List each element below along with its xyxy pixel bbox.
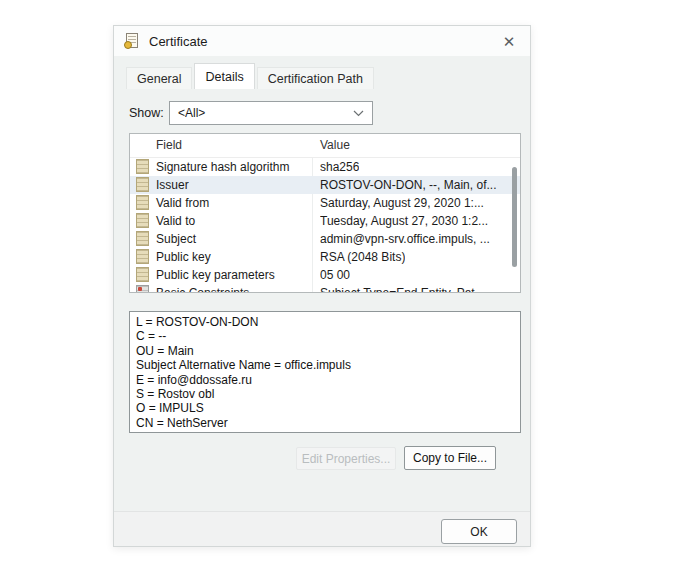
detail-line: Subject Alternative Name = office.impuls [136, 358, 514, 372]
field-value: admin@vpn-srv.office.impuls, ... [320, 232, 490, 246]
list-scrollbar-thumb[interactable] [512, 167, 517, 267]
certificate-icon [124, 33, 140, 49]
field-value: RSA (2048 Bits) [320, 250, 405, 264]
close-icon: ✕ [503, 34, 516, 49]
property-field-icon [136, 177, 149, 192]
detail-line: O = IMPULS [136, 401, 514, 415]
ok-button[interactable]: OK [441, 519, 517, 544]
field-value: sha256 [320, 160, 359, 174]
field-name: Issuer [156, 178, 189, 192]
certificate-field-list[interactable]: Field Value Signature hash algorithmsha2… [129, 133, 521, 293]
property-field-icon [136, 159, 149, 174]
field-value: Tuesday, August 27, 2030 1:2... [320, 214, 488, 228]
column-header-field[interactable]: Field [156, 138, 182, 152]
detail-line: C = -- [136, 329, 514, 343]
screen: Certificate ✕ General Details Certificat… [0, 0, 690, 571]
field-name: Signature hash algorithm [156, 160, 289, 174]
certificate-dialog: Certificate ✕ General Details Certificat… [113, 25, 531, 547]
field-name: Valid from [156, 196, 209, 210]
show-dropdown[interactable]: <All> [169, 101, 373, 125]
tab-strip: General Details Certification Path [126, 63, 376, 89]
list-header: Field Value [130, 134, 520, 158]
property-field-icon [136, 231, 149, 246]
table-row[interactable]: Public key parameters05 00 [130, 266, 520, 284]
field-detail-text[interactable]: L = ROSTOV-ON-DONC = --OU = MainSubject … [129, 311, 521, 433]
detail-line: S = Rostov obl [136, 387, 514, 401]
field-name: Valid to [156, 214, 195, 228]
show-label: Show: [129, 106, 164, 120]
table-row[interactable]: Valid fromSaturday, August 29, 2020 1:..… [130, 194, 520, 212]
detail-line: E = info@ddossafe.ru [136, 373, 514, 387]
table-row[interactable]: Valid toTuesday, August 27, 2030 1:2... [130, 212, 520, 230]
field-value: ROSTOV-ON-DON, --, Main, of... [320, 178, 496, 192]
field-value: 05 00 [320, 268, 350, 282]
property-field-icon [136, 195, 149, 210]
tab-details[interactable]: Details [194, 63, 254, 89]
property-field-icon [136, 249, 149, 264]
field-list-rows: Signature hash algorithmsha256IssuerROST… [130, 158, 520, 293]
close-button[interactable]: ✕ [490, 26, 528, 56]
title-bar: Certificate ✕ [114, 26, 530, 56]
window-title: Certificate [149, 34, 208, 49]
extension-field-icon [136, 285, 149, 293]
property-field-icon [136, 213, 149, 228]
tab-certification-path[interactable]: Certification Path [257, 67, 374, 89]
field-name: Basic Constraints [156, 286, 249, 293]
show-dropdown-value: <All> [178, 106, 205, 120]
table-row[interactable]: Basic ConstraintsSubject Type=End Entity… [130, 284, 520, 293]
field-name: Public key [156, 250, 211, 264]
property-field-icon [136, 267, 149, 282]
table-row[interactable]: IssuerROSTOV-ON-DON, --, Main, of... [130, 176, 520, 194]
detail-line: L = ROSTOV-ON-DON [136, 315, 514, 329]
table-row[interactable]: Signature hash algorithmsha256 [130, 158, 520, 176]
table-row[interactable]: Subjectadmin@vpn-srv.office.impuls, ... [130, 230, 520, 248]
tab-general[interactable]: General [126, 67, 192, 89]
detail-line: OU = Main [136, 344, 514, 358]
field-value: Saturday, August 29, 2020 1:... [320, 196, 484, 210]
field-name: Subject [156, 232, 196, 246]
detail-line: CN = NethServer [136, 416, 514, 430]
field-value: Subject Type=End Entity, Pat... [320, 286, 485, 293]
edit-properties-button[interactable]: Edit Properties... [296, 447, 396, 470]
chevron-down-icon [353, 110, 364, 117]
field-name: Public key parameters [156, 268, 275, 282]
column-header-value[interactable]: Value [320, 138, 350, 152]
table-row[interactable]: Public keyRSA (2048 Bits) [130, 248, 520, 266]
copy-to-file-button[interactable]: Copy to File... [404, 446, 496, 470]
